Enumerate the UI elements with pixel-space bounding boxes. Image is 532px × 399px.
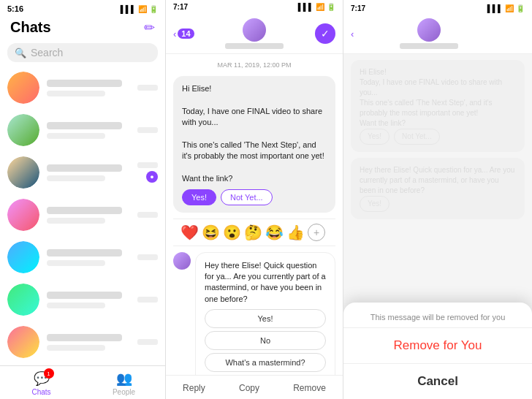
status-bar-panel3: 7:17 ▌▌▌ 📶 🔋: [343, 0, 532, 15]
wifi-icon: 📶: [138, 5, 147, 13]
list-item[interactable]: [0, 236, 165, 278]
chat-meta: [137, 127, 158, 133]
chat-preview: [47, 303, 105, 308]
chat-name: [47, 122, 122, 129]
chat-messages: MAR 11, 2019, 12:00 PM Hi Elise!Today, I…: [166, 54, 343, 375]
status-icons-panel2: ▌▌▌ 📶 🔋: [298, 3, 335, 11]
contact-name-p3: [400, 43, 458, 49]
chat-info: [47, 80, 130, 96]
context-menu-panel: 7:17 ▌▌▌ 📶 🔋 ‹ Hi Elise!Today, I have on…: [343, 0, 532, 399]
checkmark-icon: ✓: [321, 28, 330, 39]
action-choices: Yes! No What's a mastermind?: [205, 309, 326, 372]
chat-nav-bar: ‹ 14 ✓: [166, 12, 343, 54]
chat-name: [47, 164, 122, 172]
people-nav-label: People: [113, 388, 135, 396]
wow-emoji[interactable]: 😮: [223, 224, 241, 241]
chat-info: [47, 249, 130, 266]
contact-avatar: [243, 18, 266, 42]
action-yes-button[interactable]: Yes!: [205, 309, 326, 328]
chat-conversation-panel: 7:17 ▌▌▌ 📶 🔋 ‹ 14 ✓ MAR 11, 2019, 12:00 …: [166, 0, 343, 399]
list-item[interactable]: [0, 363, 165, 365]
chats-header: Chats ✏: [0, 16, 165, 40]
checkmark-button[interactable]: ✓: [315, 23, 335, 44]
search-bar[interactable]: 🔍 Search: [7, 43, 158, 62]
chat-preview: [47, 91, 105, 96]
back-button[interactable]: ‹ 14: [173, 28, 194, 39]
signal-icon-p3: ▌▌▌: [487, 4, 503, 12]
back-chevron-icon: ‹: [173, 28, 176, 39]
copy-button[interactable]: Copy: [239, 383, 259, 393]
search-placeholder: Search: [31, 47, 63, 58]
blurred-message-1: Hi Elise!Today, I have one FINAL video t…: [351, 60, 525, 152]
chat-time: [137, 297, 158, 303]
back-button-p3[interactable]: ‹: [351, 28, 354, 39]
chat-meta: ●: [137, 162, 158, 183]
wifi-icon-p2: 📶: [316, 3, 324, 11]
yes-button[interactable]: Yes!: [182, 189, 216, 205]
list-item[interactable]: [0, 194, 165, 236]
blurred-chat-content: Hi Elise!Today, I have one FINAL video t…: [343, 54, 532, 225]
chat-info: [47, 292, 130, 308]
cancel-button[interactable]: Cancel: [343, 364, 532, 399]
chat-preview: [47, 260, 105, 266]
list-item[interactable]: ●: [0, 151, 165, 194]
blurred-not-yet-btn: Not Yet...: [394, 129, 440, 145]
panel3-header: ‹: [343, 15, 532, 54]
think-emoji[interactable]: 🤔: [244, 224, 262, 241]
contact-info[interactable]: [225, 18, 284, 49]
list-item[interactable]: [0, 321, 165, 363]
chat-preview: [47, 175, 105, 181]
status-icons-panel3: ▌▌▌ 📶 🔋: [487, 4, 525, 12]
list-item[interactable]: [0, 66, 165, 109]
heart-emoji[interactable]: ❤️: [180, 224, 199, 241]
context-hint: This message will be removed for you: [343, 303, 532, 328]
time-panel3: 7:17: [351, 4, 365, 12]
list-item[interactable]: [0, 278, 165, 321]
list-item[interactable]: [0, 109, 165, 151]
nav-item-people[interactable]: 👥 People: [83, 370, 165, 396]
chats-title: Chats: [10, 19, 51, 36]
not-yet-button[interactable]: Not Yet...: [221, 189, 273, 205]
chat-time: [137, 254, 158, 260]
chat-meta: [137, 254, 158, 260]
time-panel1: 5:16: [7, 4, 23, 13]
chat-meta: [137, 339, 158, 345]
message-with-avatar: Hey there Elise! Quick question for ya..…: [173, 252, 335, 375]
chat-name: [47, 334, 122, 341]
contact-avatar-p3: [417, 18, 441, 42]
chat-preview: [47, 218, 105, 224]
blurred-action-yes: Yes!: [360, 196, 390, 212]
blurred-action-buttons: Yes!: [360, 196, 516, 212]
nav-item-chats[interactable]: 💬 Chats: [0, 370, 83, 396]
message-text-1: Hi Elise!Today, I have one FINAL video t…: [182, 84, 324, 183]
add-emoji-button[interactable]: +: [308, 224, 325, 241]
chat-time: [137, 212, 158, 218]
remove-for-you-button[interactable]: Remove for You: [343, 328, 532, 364]
haha-emoji[interactable]: 😂: [265, 224, 284, 241]
avatar: [7, 72, 39, 104]
action-no-button[interactable]: No: [205, 331, 326, 350]
reply-button[interactable]: Reply: [183, 383, 205, 393]
remove-button[interactable]: Remove: [293, 383, 326, 393]
chat-time: [137, 85, 158, 91]
status-bar-panel2: 7:17 ▌▌▌ 📶 🔋: [166, 0, 343, 12]
bottom-nav: 💬 Chats 👥 People: [0, 365, 165, 399]
avatar: [7, 156, 39, 189]
chat-preview: [47, 133, 105, 139]
avatar: [7, 284, 39, 316]
action-what-button[interactable]: What's a mastermind?: [205, 353, 326, 372]
date-divider: MAR 11, 2019, 12:00 PM: [173, 61, 335, 69]
thumbsup-emoji[interactable]: 👍: [286, 224, 305, 241]
contact-info-p3[interactable]: [400, 18, 458, 49]
chat-info: [47, 122, 130, 139]
chat-toolbar: Reply Copy Remove: [166, 375, 343, 399]
chats-nav-icon: 💬: [34, 371, 50, 386]
blurred-yes-btn: Yes!: [360, 129, 390, 145]
signal-icon: ▌▌▌: [121, 5, 136, 13]
laugh-emoji[interactable]: 😆: [202, 224, 220, 241]
blurred-message-2: Hey there Elise! Quick question for ya..…: [351, 158, 525, 219]
message-bubble-1: Hi Elise!Today, I have one FINAL video t…: [173, 76, 335, 213]
choice-buttons: Yes! Not Yet...: [182, 189, 327, 205]
emoji-reaction-bar: ❤️ 😆 😮 🤔 😂 👍 +: [173, 218, 335, 246]
compose-icon[interactable]: ✏: [144, 20, 155, 36]
